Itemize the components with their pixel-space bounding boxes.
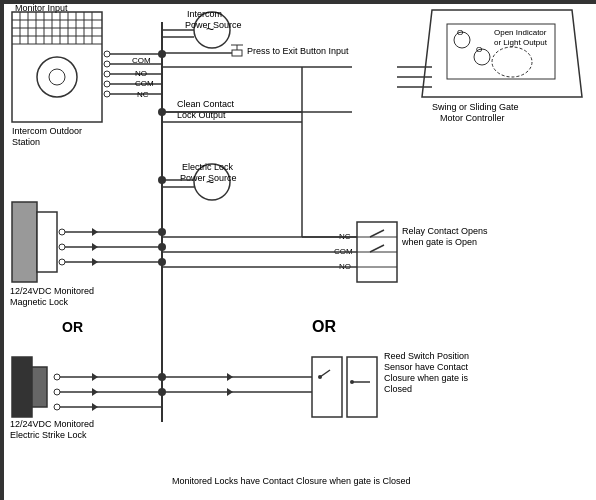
svg-text:NO: NO (135, 69, 147, 78)
svg-rect-107 (312, 357, 342, 417)
svg-text:Reed Switch Position: Reed Switch Position (384, 351, 469, 361)
svg-text:Station: Station (12, 137, 40, 147)
svg-text:O: O (457, 28, 463, 37)
svg-text:Swing or Sliding Gate: Swing or Sliding Gate (432, 102, 519, 112)
svg-point-23 (104, 91, 110, 97)
svg-point-132 (158, 243, 166, 251)
svg-text:Electric Lock: Electric Lock (182, 162, 234, 172)
svg-text:O: O (476, 45, 482, 54)
svg-point-111 (318, 375, 322, 379)
svg-point-135 (158, 388, 166, 396)
svg-point-134 (158, 373, 166, 381)
svg-point-21 (104, 71, 110, 77)
svg-point-112 (350, 380, 354, 384)
svg-text:or Light Output: or Light Output (494, 38, 548, 47)
svg-text:Clean Contact: Clean Contact (177, 99, 235, 109)
svg-text:Magnetic Lock: Magnetic Lock (10, 297, 69, 307)
svg-point-128 (158, 50, 166, 58)
svg-rect-67 (12, 357, 32, 417)
svg-text:Monitored Locks have Contact C: Monitored Locks have Contact Closure whe… (172, 476, 411, 486)
svg-point-133 (158, 258, 166, 266)
svg-rect-39 (232, 50, 242, 56)
svg-point-22 (104, 81, 110, 87)
svg-text:Electric Strike Lock: Electric Strike Lock (10, 430, 87, 440)
svg-text:Power Source: Power Source (180, 173, 237, 183)
svg-text:COM: COM (135, 79, 154, 88)
svg-point-58 (59, 244, 65, 250)
svg-rect-68 (32, 367, 47, 407)
svg-text:Monitor Input: Monitor Input (15, 3, 68, 13)
svg-text:Relay Contact Opens: Relay Contact Opens (402, 226, 488, 236)
svg-point-84 (492, 47, 532, 77)
svg-text:COM: COM (132, 56, 151, 65)
svg-point-17 (49, 69, 65, 85)
wiring-diagram: Monitor Input COM NO COM NC ~ Intercom P… (0, 0, 596, 500)
svg-text:OR: OR (312, 318, 336, 335)
svg-point-19 (104, 51, 110, 57)
svg-text:when gate is Open: when gate is Open (401, 237, 477, 247)
svg-text:Sensor have Contact: Sensor have Contact (384, 362, 469, 372)
svg-text:Intercom Outdoor: Intercom Outdoor (12, 126, 82, 136)
svg-text:Closure when gate is: Closure when gate is (384, 373, 469, 383)
svg-point-130 (158, 176, 166, 184)
svg-point-59 (59, 259, 65, 265)
svg-point-131 (158, 228, 166, 236)
svg-point-20 (104, 61, 110, 67)
svg-point-69 (54, 374, 60, 380)
svg-point-71 (54, 404, 60, 410)
svg-text:OR: OR (62, 319, 83, 335)
svg-text:Power Source: Power Source (185, 20, 242, 30)
svg-text:Intercom: Intercom (187, 9, 222, 19)
svg-text:Motor Controller: Motor Controller (440, 113, 505, 123)
svg-point-57 (59, 229, 65, 235)
svg-text:Closed: Closed (384, 384, 412, 394)
svg-text:12/24VDC Monitored: 12/24VDC Monitored (10, 419, 94, 429)
svg-rect-56 (37, 212, 57, 272)
svg-text:Open Indicator: Open Indicator (494, 28, 547, 37)
svg-text:12/24VDC Monitored: 12/24VDC Monitored (10, 286, 94, 296)
svg-rect-55 (12, 202, 37, 282)
svg-text:NC: NC (137, 90, 149, 99)
svg-rect-108 (347, 357, 377, 417)
svg-point-70 (54, 389, 60, 395)
svg-text:Press to Exit Button Input: Press to Exit Button Input (247, 46, 349, 56)
